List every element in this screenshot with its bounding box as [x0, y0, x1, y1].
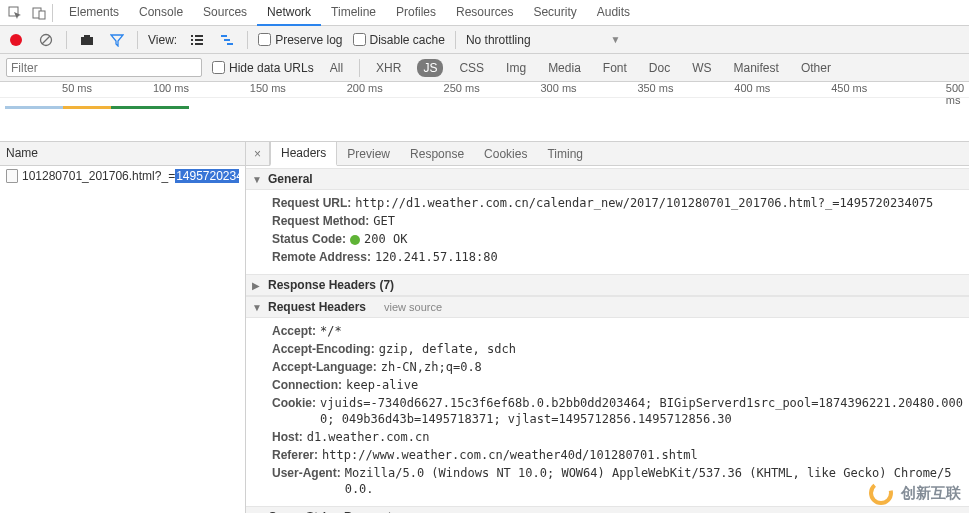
inspect-icon[interactable] [4, 2, 26, 24]
svg-rect-8 [195, 35, 203, 37]
tab-profiles[interactable]: Profiles [386, 0, 446, 26]
column-header-name[interactable]: Name [0, 142, 245, 166]
value: gzip, deflate, sdch [379, 341, 516, 357]
device-toggle-icon[interactable] [28, 2, 50, 24]
filter-type-other[interactable]: Other [795, 59, 837, 77]
request-name: 101280701_201706.html?_=1495720234075 [22, 169, 239, 183]
filter-type-doc[interactable]: Doc [643, 59, 676, 77]
tab-audits[interactable]: Audits [587, 0, 640, 26]
separator [52, 4, 53, 22]
filter-type-manifest[interactable]: Manifest [728, 59, 785, 77]
record-button[interactable] [6, 30, 26, 50]
watermark: 创新互联 [867, 479, 961, 507]
view-label: View: [148, 33, 177, 47]
label: Request Method: [272, 213, 369, 229]
tab-sources[interactable]: Sources [193, 0, 257, 26]
label: Host: [272, 429, 303, 445]
separator [137, 31, 138, 49]
section-general[interactable]: ▼ General [246, 168, 969, 190]
filter-type-css[interactable]: CSS [453, 59, 490, 77]
value: */* [320, 323, 342, 339]
tab-timeline[interactable]: Timeline [321, 0, 386, 26]
disclosure-triangle-icon: ▼ [252, 174, 262, 185]
close-icon[interactable]: × [246, 142, 270, 165]
tick: 350 ms [637, 82, 673, 94]
section-response-headers[interactable]: ▶ Response Headers (7) [246, 274, 969, 296]
capture-screenshot-icon[interactable] [77, 30, 97, 50]
detail-tab-response[interactable]: Response [400, 143, 474, 165]
headers-panel: ▼ General Request URL:http://d1.weather.… [246, 166, 969, 513]
panel-tabs: Elements Console Sources Network Timelin… [59, 0, 640, 26]
detail-tabs: × Headers Preview Response Cookies Timin… [246, 142, 969, 166]
value: http://www.weather.com.cn/weather40d/101… [322, 447, 698, 463]
filter-type-ws[interactable]: WS [686, 59, 717, 77]
filter-type-js[interactable]: JS [417, 59, 443, 77]
disable-cache-checkbox[interactable]: Disable cache [353, 33, 445, 47]
label: Accept-Language: [272, 359, 377, 375]
detail-tab-headers[interactable]: Headers [270, 142, 337, 166]
request-row[interactable]: 101280701_201706.html?_=1495720234075 [0, 166, 245, 186]
tab-elements[interactable]: Elements [59, 0, 129, 26]
tick: 150 ms [250, 82, 286, 94]
preserve-log-checkbox[interactable]: Preserve log [258, 33, 342, 47]
svg-rect-6 [84, 35, 90, 38]
svg-rect-15 [227, 43, 233, 45]
tab-resources[interactable]: Resources [446, 0, 523, 26]
label: Referer: [272, 447, 318, 463]
svg-rect-12 [195, 43, 203, 45]
svg-rect-2 [39, 11, 45, 19]
filter-icon[interactable] [107, 30, 127, 50]
filter-type-all[interactable]: All [324, 59, 349, 77]
detail-pane: × Headers Preview Response Cookies Timin… [246, 142, 969, 513]
label: Accept: [272, 323, 316, 339]
overview-bars [0, 106, 969, 109]
filter-type-xhr[interactable]: XHR [370, 59, 407, 77]
detail-tab-cookies[interactable]: Cookies [474, 143, 537, 165]
devtools-top-bar: Elements Console Sources Network Timelin… [0, 0, 969, 26]
value: zh-CN,zh;q=0.8 [381, 359, 482, 375]
tab-network[interactable]: Network [257, 0, 321, 26]
section-query-string[interactable]: ▼ Query String Parameters view parsed [246, 506, 969, 513]
tick: 250 ms [444, 82, 480, 94]
view-list-icon[interactable] [187, 30, 207, 50]
label: Request URL: [272, 195, 351, 211]
view-source-link[interactable]: view source [384, 301, 442, 313]
detail-tab-preview[interactable]: Preview [337, 143, 400, 165]
filter-bar: Hide data URLs All XHR JS CSS Img Media … [0, 54, 969, 82]
filter-type-img[interactable]: Img [500, 59, 532, 77]
label: Accept-Encoding: [272, 341, 375, 357]
main-split: Name 101280701_201706.html?_=14957202340… [0, 142, 969, 513]
label: User-Agent: [272, 465, 341, 497]
tab-console[interactable]: Console [129, 0, 193, 26]
svg-rect-9 [191, 39, 193, 41]
separator [247, 31, 248, 49]
filter-type-font[interactable]: Font [597, 59, 633, 77]
hide-data-urls-checkbox[interactable]: Hide data URLs [212, 61, 314, 75]
clear-icon[interactable] [36, 30, 56, 50]
svg-point-16 [871, 483, 891, 503]
view-waterfall-icon[interactable] [217, 30, 237, 50]
value: 200 OK [350, 231, 407, 247]
label: Remote Address: [272, 249, 371, 265]
label: Status Code: [272, 231, 346, 247]
separator [359, 59, 360, 77]
section-request-headers[interactable]: ▼ Request Headers view source [246, 296, 969, 318]
status-dot-icon [350, 235, 360, 245]
tick: 450 ms [831, 82, 867, 94]
value: http://d1.weather.com.cn/calendar_new/20… [355, 195, 933, 211]
tick: 200 ms [347, 82, 383, 94]
filter-type-media[interactable]: Media [542, 59, 587, 77]
tick: 300 ms [540, 82, 576, 94]
filter-input[interactable] [6, 58, 202, 77]
value: vjuids=-7340d6627.15c3f6ef68b.0.b2bb0dd2… [320, 395, 963, 427]
throttling-select[interactable]: No throttling▼ [466, 33, 621, 47]
tick: 100 ms [153, 82, 189, 94]
tick: 400 ms [734, 82, 770, 94]
timeline-overview[interactable]: 50 ms 100 ms 150 ms 200 ms 250 ms 300 ms… [0, 82, 969, 142]
value: d1.weather.com.cn [307, 429, 430, 445]
tab-security[interactable]: Security [523, 0, 586, 26]
request-list: Name 101280701_201706.html?_=14957202340… [0, 142, 246, 513]
detail-tab-timing[interactable]: Timing [537, 143, 593, 165]
separator [455, 31, 456, 49]
watermark-logo-icon [867, 479, 895, 507]
